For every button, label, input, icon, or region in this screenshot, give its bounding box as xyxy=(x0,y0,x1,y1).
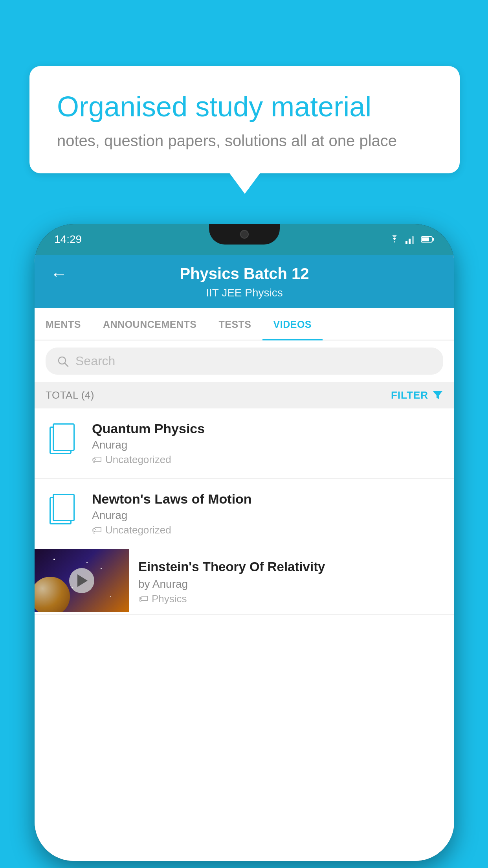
search-icon xyxy=(57,355,69,368)
item-tag: 🏷 Uncategorized xyxy=(92,524,443,536)
item-content: Quantum Physics Anurag 🏷 Uncategorized xyxy=(92,421,443,466)
status-icons xyxy=(388,235,435,244)
tag-label: Physics xyxy=(152,593,187,605)
tag-icon: 🏷 xyxy=(92,454,102,466)
search-bar[interactable]: Search xyxy=(46,348,443,375)
item-icon-wrap xyxy=(46,491,81,524)
item-content: Newton's Laws of Motion Anurag 🏷 Uncateg… xyxy=(92,491,443,536)
item-author: Anurag xyxy=(92,509,443,522)
video-thumbnail xyxy=(35,549,129,612)
tab-videos[interactable]: VIDEOS xyxy=(262,308,323,340)
bubble-title: Organised study material xyxy=(57,90,432,123)
svg-line-7 xyxy=(65,363,68,366)
tag-icon: 🏷 xyxy=(138,593,149,605)
svg-rect-5 xyxy=(433,238,434,241)
item-title: Quantum Physics xyxy=(92,421,443,436)
phone-screen: ← Physics Batch 12 IIT JEE Physics MENTS… xyxy=(35,255,454,861)
tab-tests[interactable]: TESTS xyxy=(207,308,262,340)
tabs-bar: MENTS ANNOUNCEMENTS TESTS VIDEOS xyxy=(35,308,454,340)
search-container: Search xyxy=(35,340,454,382)
video-author: by Anurag xyxy=(138,578,446,590)
tab-announcements[interactable]: ANNOUNCEMENTS xyxy=(92,308,207,340)
search-placeholder: Search xyxy=(75,354,115,368)
folder-icon xyxy=(50,493,77,524)
filter-icon xyxy=(432,390,443,401)
notch xyxy=(209,224,280,245)
item-author: Anurag xyxy=(92,439,443,451)
speech-bubble: Organised study material notes, question… xyxy=(29,66,460,173)
video-tag: 🏷 Physics xyxy=(138,593,446,605)
svg-rect-1 xyxy=(409,239,411,244)
svg-rect-0 xyxy=(405,241,407,244)
status-time: 14:29 xyxy=(54,233,82,246)
filter-label: FILTER xyxy=(391,389,428,401)
bubble-subtitle: notes, question papers, solutions all at… xyxy=(57,132,432,150)
wifi-icon xyxy=(388,235,401,244)
filter-button[interactable]: FILTER xyxy=(391,389,443,401)
list-item-video[interactable]: Einstein's Theory Of Relativity by Anura… xyxy=(35,549,454,615)
video-content: Einstein's Theory Of Relativity by Anura… xyxy=(129,549,454,614)
tab-ments[interactable]: MENTS xyxy=(35,308,92,340)
header-subtitle: IIT JEE Physics xyxy=(206,287,283,299)
svg-rect-2 xyxy=(412,236,414,244)
total-label: TOTAL (4) xyxy=(46,389,94,401)
item-icon-wrap xyxy=(46,421,81,454)
filter-row: TOTAL (4) FILTER xyxy=(35,382,454,408)
list-item[interactable]: Quantum Physics Anurag 🏷 Uncategorized xyxy=(35,408,454,479)
header-title: Physics Batch 12 xyxy=(180,265,309,283)
signal-icon xyxy=(405,235,416,244)
camera xyxy=(240,230,249,239)
tag-label: Uncategorized xyxy=(105,524,171,536)
tag-icon: 🏷 xyxy=(92,524,102,536)
battery-icon xyxy=(421,235,435,243)
content-list: Quantum Physics Anurag 🏷 Uncategorized xyxy=(35,408,454,861)
video-title: Einstein's Theory Of Relativity xyxy=(138,559,446,576)
list-item[interactable]: Newton's Laws of Motion Anurag 🏷 Uncateg… xyxy=(35,479,454,549)
status-bar: 14:29 xyxy=(35,224,454,255)
svg-rect-4 xyxy=(422,237,429,241)
app-header: ← Physics Batch 12 IIT JEE Physics xyxy=(35,255,454,308)
phone-frame: 14:29 xyxy=(35,224,454,861)
back-button[interactable]: ← xyxy=(50,264,68,284)
item-title: Newton's Laws of Motion xyxy=(92,491,443,507)
tag-label: Uncategorized xyxy=(105,454,171,466)
item-tag: 🏷 Uncategorized xyxy=(92,454,443,466)
folder-icon xyxy=(50,423,77,454)
